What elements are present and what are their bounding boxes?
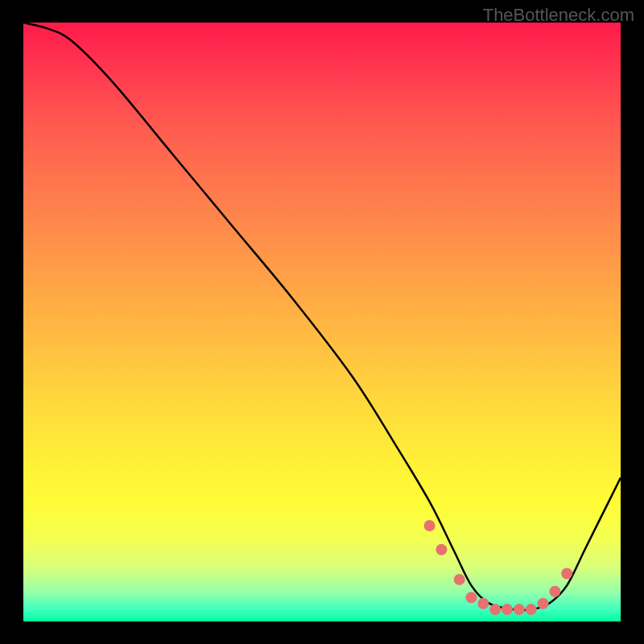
highlight-point xyxy=(454,574,465,585)
highlight-point xyxy=(477,598,489,609)
highlight-point xyxy=(436,544,447,555)
highlight-point xyxy=(466,592,477,603)
highlight-point xyxy=(549,586,560,597)
chart-container: TheBottleneck.com xyxy=(0,0,644,644)
plot-area xyxy=(23,23,621,621)
highlight-point xyxy=(514,604,525,615)
highlight-point xyxy=(489,604,501,615)
watermark-text: TheBottleneck.com xyxy=(483,5,634,26)
highlight-point xyxy=(538,598,549,609)
bottleneck-curve-line xyxy=(23,23,621,610)
highlight-point xyxy=(561,568,572,580)
chart-svg xyxy=(23,23,621,621)
highlight-point xyxy=(502,604,513,615)
highlight-point xyxy=(526,604,537,615)
highlight-point xyxy=(424,520,436,531)
